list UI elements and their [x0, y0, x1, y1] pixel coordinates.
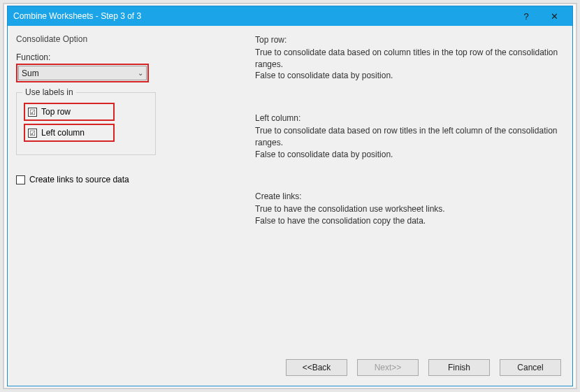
back-button[interactable]: <<Back: [286, 359, 347, 376]
top-row-highlight: ☑ Top row: [24, 103, 115, 121]
combine-worksheets-dialog: Combine Worksheets - Step 3 of 3 ? ✕ Con…: [7, 6, 573, 386]
close-icon[interactable]: ✕: [540, 8, 568, 24]
dialog-body: Consolidate Option Function: Sum ⌄ Use l…: [8, 26, 572, 354]
window-title: Combine Worksheets - Step 3 of 3: [13, 11, 512, 21]
create-links-description: Create links: True to have the consolida…: [255, 191, 558, 226]
checkbox-icon[interactable]: ☑: [28, 129, 37, 138]
left-pane: Consolidate Option Function: Sum ⌄ Use l…: [16, 31, 247, 354]
desc-heading: Left column:: [255, 112, 558, 124]
top-row-label: Top row: [41, 107, 71, 117]
next-button: Next>>: [357, 359, 419, 376]
finish-button[interactable]: Finish: [428, 359, 490, 376]
chevron-down-icon: ⌄: [138, 69, 143, 77]
function-value: Sum: [22, 68, 39, 78]
create-links-label: Create links to source data: [29, 175, 129, 184]
desc-heading: Top row:: [255, 34, 558, 46]
desc-line: False to have the consolidation copy the…: [255, 215, 558, 227]
help-icon[interactable]: ?: [512, 8, 540, 24]
function-dropdown[interactable]: Sum ⌄: [18, 66, 147, 80]
left-column-option[interactable]: ☑ Left column: [28, 128, 109, 138]
desc-line: False to consolidate data by position.: [255, 70, 558, 82]
left-column-highlight: ☑ Left column: [24, 124, 115, 142]
desc-line: True to have the consolidation use works…: [255, 203, 558, 215]
checkbox-icon[interactable]: ☑: [28, 108, 37, 117]
desc-line: False to consolidate data by position.: [255, 149, 558, 161]
cancel-button[interactable]: Cancel: [500, 359, 561, 376]
groupbox-label: Use labels in: [22, 87, 76, 97]
checkbox-icon[interactable]: [16, 175, 25, 184]
section-title: Consolidate Option: [16, 34, 247, 44]
description-pane: Top row: True to consolidate data based …: [247, 31, 564, 354]
left-column-description: Left column: True to consolidate data ba…: [255, 112, 558, 160]
function-label: Function:: [16, 52, 247, 62]
button-row: <<Back Next>> Finish Cancel: [8, 354, 572, 386]
top-row-description: Top row: True to consolidate data based …: [255, 34, 558, 82]
desc-line: True to consolidate data based on row ti…: [255, 125, 558, 149]
spreadsheet-backdrop: Combine Worksheets - Step 3 of 3 ? ✕ Con…: [3, 3, 577, 389]
desc-line: True to consolidate data based on column…: [255, 47, 558, 71]
top-row-option[interactable]: ☑ Top row: [28, 107, 109, 117]
left-column-label: Left column: [41, 128, 85, 138]
use-labels-groupbox: Use labels in ☑ Top row ☑ Left column: [16, 92, 156, 155]
titlebar: Combine Worksheets - Step 3 of 3 ? ✕: [8, 6, 572, 26]
function-highlight: Sum ⌄: [16, 64, 149, 82]
desc-heading: Create links:: [255, 191, 558, 203]
create-links-option[interactable]: Create links to source data: [16, 175, 247, 184]
